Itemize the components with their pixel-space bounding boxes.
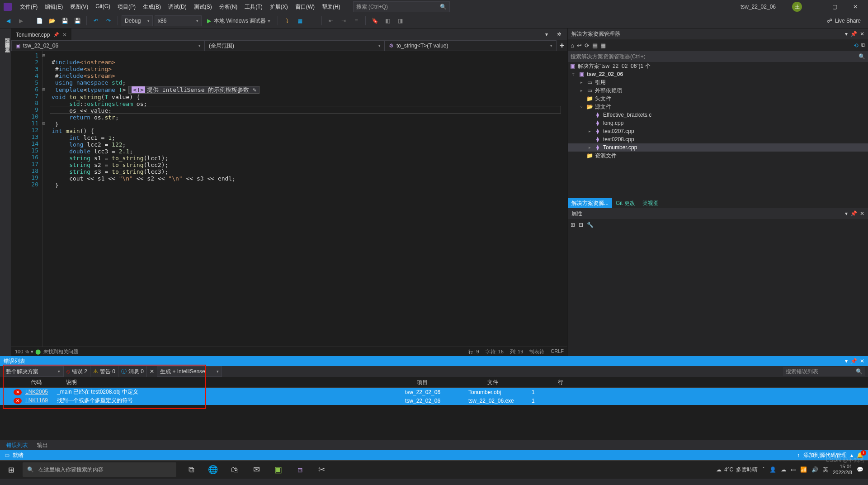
system-tray[interactable]: ☁4°C多雲時晴 ˄ 👤 ☁ ▭ 📶 🔊 英 15:012022/2/8 💬 — [716, 464, 868, 475]
nav-back-icon[interactable]: ◀ — [3, 15, 14, 26]
clock[interactable]: 15:012022/2/8 — [833, 464, 852, 475]
bt-class[interactable]: 类视图 — [639, 198, 662, 209]
left-tab-2[interactable]: 服务器资源管理器 — [4, 37, 11, 41]
warnings-toggle[interactable]: ⚠警告 0 — [90, 366, 118, 377]
file-node[interactable]: ⧫long.cpp — [568, 119, 868, 127]
zoom-label[interactable]: 100 % — [15, 349, 29, 354]
pin-icon[interactable]: 📌 — [53, 32, 59, 37]
file-node[interactable]: ⧫Effective_brackets.c — [568, 111, 868, 119]
refresh-icon[interactable]: ⟲ — [854, 42, 859, 49]
tab-overflow-icon[interactable]: ▾ — [541, 29, 552, 40]
file-node[interactable]: ⧫test0208.cpp — [568, 135, 868, 143]
se-search[interactable]: 搜索解决方案资源管理器(Ctrl+;🔍 — [568, 51, 868, 62]
project-node[interactable]: ▿▣tsw_22_02_06 — [568, 70, 868, 78]
vs-app-icon[interactable]: ⧈ — [289, 461, 310, 479]
edge-icon[interactable]: 🌐 — [203, 461, 223, 479]
intellisense-hint[interactable]: <T>提供 IntelliSense 的示例模板参数 ✎ — [128, 86, 259, 94]
messages-toggle[interactable]: ⓘ消息 0 — [118, 366, 146, 377]
props-header[interactable]: 属性▾📌✕ — [568, 208, 868, 219]
tag2-icon[interactable]: ◨ — [395, 15, 406, 26]
cat-icon[interactable]: ⊞ — [571, 222, 575, 228]
pycharm-icon[interactable]: ▣ — [268, 461, 288, 479]
quick-search[interactable]: 搜索 (Ctrl+Q) 🔍 — [353, 1, 450, 12]
error-header[interactable]: 错误列表▾📌✕ — [0, 356, 868, 366]
up-arrow-icon[interactable]: ↑ — [797, 452, 800, 458]
menu-item[interactable]: 文件(F) — [16, 1, 41, 13]
menu-item[interactable]: Git(G) — [92, 1, 114, 13]
file-node-active[interactable]: ▸⧫Tonumber.cpp — [568, 143, 868, 152]
menu-item[interactable]: 测试(S) — [190, 1, 216, 13]
notification-center-icon[interactable]: 💬 — [857, 466, 863, 473]
home-icon[interactable]: ⌂ — [571, 42, 574, 49]
show-all-icon[interactable]: ▦ — [600, 42, 606, 49]
file-node[interactable]: ▸⧫test0207.cpp — [568, 127, 868, 135]
start-button[interactable]: ⊞ — [0, 461, 22, 479]
back-icon[interactable]: ↩ — [577, 42, 582, 49]
mail-icon[interactable]: ✉ — [246, 461, 267, 479]
solution-tree[interactable]: ▣解决方案"tsw_22_02_06"(1 个 ▿▣tsw_22_02_06 ▸… — [568, 62, 868, 198]
tray-volume-icon[interactable]: 🔊 — [811, 466, 818, 473]
tray-wifi-icon[interactable]: 📶 — [800, 466, 807, 473]
windows-search[interactable]: 🔍在这里输入你要搜索的内容 — [23, 462, 176, 477]
menu-item[interactable]: 视图(V) — [66, 1, 92, 13]
pin-icon[interactable]: ▾ — [845, 31, 848, 37]
config-combo[interactable]: Debug▾ — [122, 15, 153, 26]
monitor-icon[interactable]: — — [307, 15, 318, 26]
menu-item[interactable]: 调试(D) — [165, 1, 190, 13]
platform-combo[interactable]: x86▾ — [155, 15, 202, 26]
menu-item[interactable]: 帮助(H) — [318, 1, 344, 13]
menu-item[interactable]: 工具(T) — [241, 1, 266, 13]
az-icon[interactable]: ⊟ — [579, 222, 583, 228]
save-icon[interactable]: 💾 — [59, 15, 70, 26]
indent-left-icon[interactable]: ⇤ — [326, 15, 336, 26]
fold-margin[interactable]: ⊟ ⊟ ⊟ — [42, 51, 50, 347]
solution-node[interactable]: ▣解决方案"tsw_22_02_06"(1 个 — [568, 62, 868, 70]
open-icon[interactable]: 📂 — [47, 15, 57, 26]
left-tab-3[interactable]: 工具箱 — [4, 42, 11, 46]
user-avatar[interactable]: 土 — [792, 2, 802, 12]
tab-output[interactable]: 输出 — [33, 440, 52, 451]
split-icon[interactable]: ✚ — [557, 40, 567, 51]
tray-ime-icon[interactable]: 英 — [823, 466, 828, 474]
menu-item[interactable]: 项目(P) — [114, 1, 139, 13]
collapse-icon[interactable]: ⧉ — [861, 42, 865, 49]
pin2-icon[interactable]: 📌 — [850, 31, 857, 37]
close-button[interactable]: ✕ — [846, 0, 864, 13]
se-header[interactable]: 解决方案资源管理器▾📌✕ — [568, 29, 868, 39]
store-icon[interactable]: 🛍 — [224, 461, 245, 479]
menu-item[interactable]: 编辑(E) — [41, 1, 66, 13]
filter-icon[interactable]: ▤ — [592, 42, 598, 49]
error-src-combo[interactable]: 生成 + IntelliSense▾ — [157, 366, 222, 377]
error-row[interactable]: ✕LNK1169找到一个或多个多重定义的符号tsw_22_02_06tsw_22… — [0, 396, 868, 405]
res-node[interactable]: 📁资源文件 — [568, 152, 868, 160]
tray-people-icon[interactable]: 👤 — [769, 466, 776, 473]
headers-node[interactable]: 📁头文件 — [568, 95, 868, 103]
refs-node[interactable]: ▸▭引用 — [568, 78, 868, 86]
task-view-icon[interactable]: ⧉ — [181, 461, 202, 479]
error-columns[interactable]: 代码 说明 项目 文件 行 — [0, 377, 868, 388]
new-project-icon[interactable]: 📄 — [34, 15, 45, 26]
tab-opts-icon[interactable]: ✲ — [554, 29, 565, 40]
ext-node[interactable]: ▸▭外部依赖项 — [568, 86, 868, 95]
menu-item[interactable]: 扩展(X) — [266, 1, 292, 13]
tray-up-icon[interactable]: ˄ — [762, 466, 765, 473]
clear-icon[interactable]: ✕ — [146, 366, 157, 377]
nav-project-combo[interactable]: ▣tsw_22_02_06▾ — [11, 40, 205, 51]
minimize-button[interactable]: — — [805, 0, 823, 13]
step-icon[interactable]: ⤵ — [282, 15, 292, 26]
nav-forward-icon[interactable]: ▶ — [15, 15, 26, 26]
undo-icon[interactable]: ↶ — [90, 15, 101, 26]
menu-item[interactable]: 生成(B) — [139, 1, 165, 13]
error-search[interactable]: 搜索错误列表🔍 — [783, 367, 865, 376]
error-code[interactable]: LNK2005 — [25, 389, 57, 395]
code-text[interactable]: #include<iostream> #include<string> #inc… — [50, 51, 567, 347]
tray-cloud-icon[interactable]: ☁ — [781, 466, 786, 473]
error-code[interactable]: LNK1169 — [25, 397, 57, 404]
save-all-icon[interactable]: 💾 — [72, 15, 83, 26]
left-toolwell[interactable]: 数据源 服务器资源管理器 工具箱 — [0, 29, 11, 356]
bt-git[interactable]: Git 更改 — [612, 198, 639, 209]
tag-icon[interactable]: ◧ — [382, 15, 393, 26]
graph-icon[interactable]: ▦ — [294, 15, 305, 26]
menu-item[interactable]: 窗口(W) — [292, 1, 318, 13]
src-node[interactable]: ▿📂源文件 — [568, 103, 868, 111]
